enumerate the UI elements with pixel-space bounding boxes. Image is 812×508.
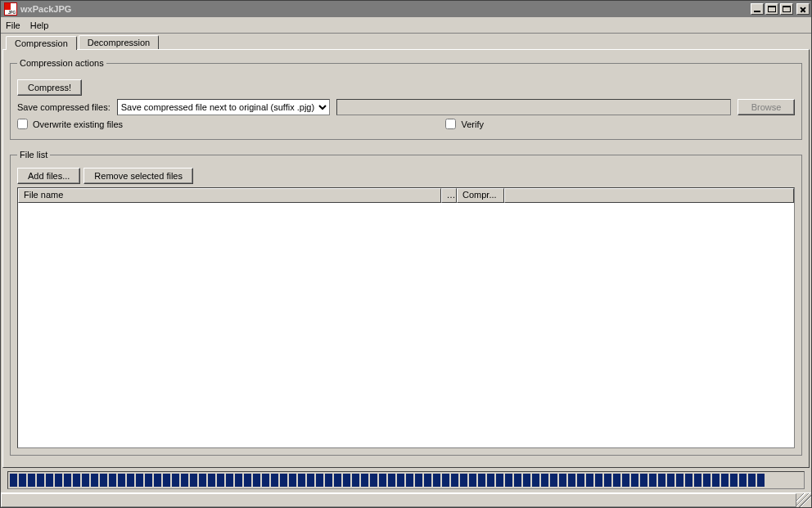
menu-help[interactable]: Help [30,20,49,30]
tab-page-compression: Compression actions Compress! Save compr… [2,49,810,468]
main-window: wxPackJPG File Help Compression Decompre… [0,0,812,508]
statusbar [1,492,811,507]
add-files-button[interactable]: Add files... [17,168,80,184]
verify-checkbox-label[interactable]: Verify [445,119,484,129]
overwrite-checkbox-label[interactable]: Overwrite existing files [17,119,123,129]
listview-column-header[interactable]: Compr... [457,188,504,203]
statusbar-text [1,493,796,507]
app-icon [4,2,17,16]
listview-column-header[interactable]: File name [18,188,441,203]
verify-label-text: Verify [461,119,484,129]
close-button[interactable] [796,3,810,15]
remove-selected-button[interactable]: Remove selected files [83,168,193,184]
restore-button[interactable] [780,3,793,15]
save-path-field [336,99,731,115]
titlebar[interactable]: wxPackJPG [1,1,811,17]
tab-compression[interactable]: Compression [6,36,77,50]
maximize-button[interactable] [765,3,778,15]
save-location-select[interactable]: Save compressed file next to original (s… [117,99,330,115]
listview-body[interactable] [18,203,794,447]
file-listview[interactable]: File name...Compr... [17,187,795,448]
group-filelist-legend: File list [17,150,50,160]
progress-bar [7,471,805,489]
minimize-button[interactable] [751,3,764,15]
group-compression-actions: Compression actions Compress! Save compr… [10,58,802,140]
menubar: File Help [1,17,811,34]
resize-grip[interactable] [796,493,811,507]
browse-button[interactable]: Browse [738,99,795,115]
save-label: Save compressed files: [17,102,111,112]
group-actions-legend: Compression actions [17,58,106,68]
overwrite-checkbox[interactable] [17,119,28,129]
group-file-list: File list Add files... Remove selected f… [10,150,802,456]
overwrite-label-text: Overwrite existing files [33,119,123,129]
menu-file[interactable]: File [6,20,20,30]
listview-header[interactable]: File name...Compr... [18,188,794,203]
compress-button[interactable]: Compress! [17,79,82,96]
tab-decompression[interactable]: Decompression [79,35,159,49]
window-title: wxPackJPG [20,4,71,14]
verify-checkbox[interactable] [445,119,456,129]
listview-column-header[interactable]: ... [441,188,457,203]
client-area: Compression Decompression Compression ac… [1,34,811,492]
listview-column-filler [504,188,794,203]
